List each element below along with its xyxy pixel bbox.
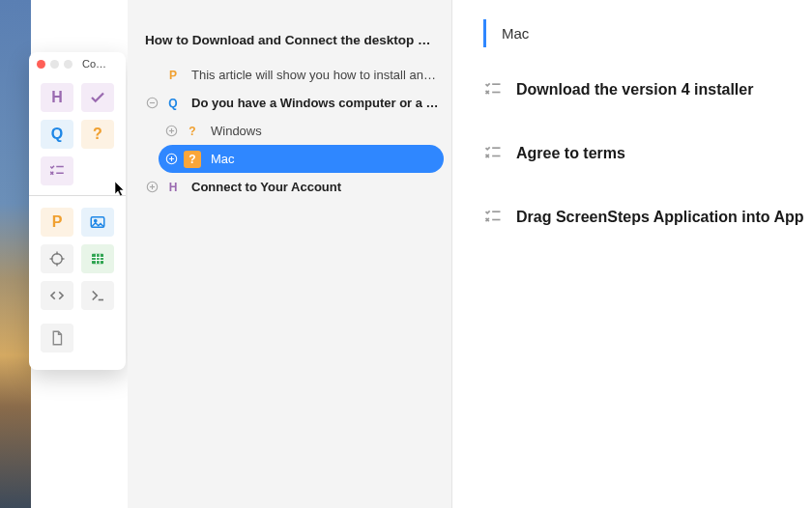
svg-rect-11 [92,254,103,265]
palette-divider [29,195,126,196]
palette-title: Co… [82,58,106,70]
tool-image[interactable] [81,208,114,237]
outline-row[interactable]: HConnect to Your Account [128,173,451,201]
tool-table[interactable] [81,244,114,273]
checklist-icon [48,162,66,180]
tool-palette: Co… H Q ? P [29,52,126,370]
checklist-icon [483,144,503,163]
step-title: Drag ScreenSteps Application into App [516,209,804,226]
minimize-icon[interactable] [50,60,59,69]
outline-row[interactable]: ?Mac [159,145,444,173]
tool-question[interactable]: Q [41,120,73,149]
outline-row[interactable]: QDo you have a Windows computer or a M… [128,89,451,117]
target-icon [48,250,66,268]
outline-pane: How to Download and Connect the desktop … [128,0,452,508]
step-item[interactable]: Download the version 4 installer [483,80,812,99]
image-icon [89,213,106,231]
desktop-wallpaper [0,0,31,508]
step-title: Download the version 4 installer [516,81,753,99]
content-header: Mac [483,19,812,47]
row-label: Mac [211,152,235,166]
outline-row[interactable]: PThis article will show you how to insta… [128,61,451,89]
tool-steps[interactable] [41,156,73,185]
outline-list: PThis article will show you how to insta… [128,61,451,201]
tool-terminal[interactable] [81,281,114,310]
collapse-icon[interactable] [145,97,159,110]
content-pane: Mac Download the version 4 installerAgre… [452,0,812,508]
row-label: This article will show you how to instal… [191,68,442,82]
tool-heading[interactable]: H [41,83,73,112]
terminal-icon [89,287,106,304]
tool-paragraph[interactable]: P [41,208,73,237]
expand-icon[interactable] [145,181,159,194]
svg-point-6 [52,254,63,265]
outline-title: How to Download and Connect the desktop … [128,23,451,61]
row-label: Connect to Your Account [191,180,341,194]
zoom-icon[interactable] [64,60,72,69]
step-item[interactable]: Agree to terms [483,144,812,163]
row-type-badge: P [164,67,182,84]
palette-tools-last [29,316,126,358]
expand-icon[interactable] [164,153,178,166]
code-icon [48,287,66,304]
palette-tools-top: H Q ? [29,75,126,191]
row-type-badge: ? [184,151,201,168]
checklist-icon [483,208,503,227]
expand-placeholder [145,69,159,82]
tool-checklist[interactable] [81,83,114,112]
close-icon[interactable] [37,60,45,69]
check-icon [89,89,106,106]
svg-point-5 [95,219,97,221]
checklist-icon [483,80,503,99]
row-type-badge: ? [184,123,201,140]
tool-file[interactable] [41,324,73,353]
row-label: Do you have a Windows computer or a M… [191,96,442,110]
palette-titlebar[interactable]: Co… [29,52,126,75]
palette-tools-bottom: P [29,200,126,316]
content-steps: Download the version 4 installerAgree to… [483,80,812,227]
tool-answer[interactable]: ? [81,120,114,149]
row-type-badge: Q [164,95,182,112]
step-title: Agree to terms [516,145,625,162]
step-item[interactable]: Drag ScreenSteps Application into App [483,208,812,227]
tool-code[interactable] [41,281,73,310]
window-traffic-lights [37,60,72,69]
row-type-badge: H [164,179,182,196]
outline-row[interactable]: ?Windows [128,117,451,145]
row-label: Windows [211,124,262,138]
table-icon [89,250,106,268]
file-icon [48,329,66,347]
expand-icon[interactable] [164,125,178,138]
tool-target[interactable] [41,244,73,273]
